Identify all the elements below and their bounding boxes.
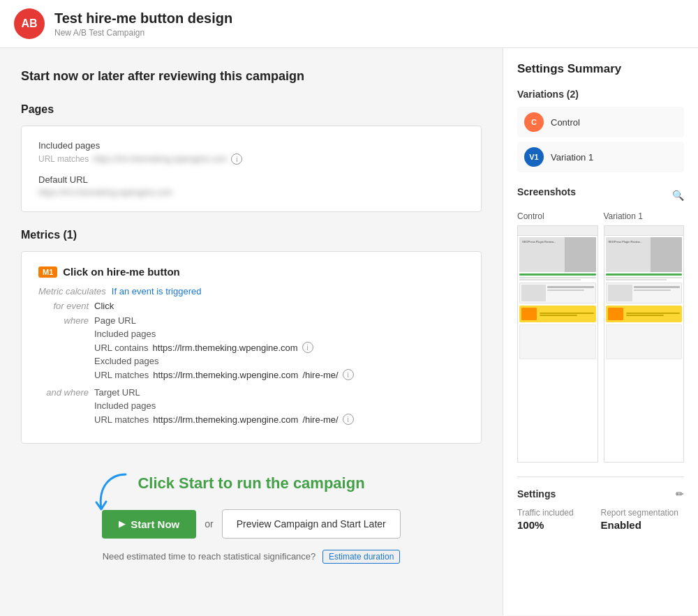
play-icon: ▶ — [119, 519, 125, 529]
footer-text: Need estimated time to reach statistical… — [103, 551, 316, 562]
plugin-text — [547, 285, 594, 301]
page-url-label: Page URL — [94, 315, 354, 326]
search-icon[interactable]: 🔍 — [672, 190, 684, 201]
excluded-url-info-icon[interactable]: i — [343, 369, 354, 380]
v1-hero: SEOPress Plugin Review... — [606, 237, 683, 272]
v1-plugin-line-1 — [634, 286, 681, 288]
metric-title-row: M1 Click on hire-me button — [38, 266, 464, 278]
excluded-url-blurred: https://lrm.themeking.wpengine.com — [153, 370, 298, 380]
variations-label: Variations (2) — [517, 89, 684, 100]
campaign-title: Test hire-me button design — [54, 10, 232, 27]
page-title: Start now or later after reviewing this … — [21, 69, 482, 84]
bottom-card — [519, 324, 596, 359]
cta-footer: Need estimated time to reach statistical… — [21, 550, 482, 564]
excluded-url-row: URL matches https://lrm.themeking.wpengi… — [94, 369, 354, 380]
v1-yellow-thumb — [608, 308, 623, 320]
control-col-label: Control — [517, 211, 598, 221]
url-contains-label: URL contains — [94, 343, 149, 353]
target-url-suffix: /hire-me/ — [302, 414, 338, 425]
and-where-row: and where Target URL Included pages URL … — [38, 387, 464, 425]
metrics-section-header: Metrics (1) — [21, 229, 482, 241]
variation1-col-label: Variation 1 — [604, 211, 685, 221]
target-url-info-icon[interactable]: i — [343, 414, 354, 425]
screenshots-section: Screenshots 🔍 Control SEOPress Plugin Re… — [517, 186, 684, 463]
preview-button[interactable]: Preview Campaign and Start Later — [222, 509, 401, 539]
control-label: Control — [551, 117, 580, 128]
variations-section: Variations (2) C Control V1 Variation 1 — [517, 89, 684, 172]
included-pages-label: Included pages — [38, 140, 464, 151]
control-badge: C — [524, 112, 544, 132]
default-url-row: Default URL https://lrm.themeking.wpengi… — [38, 174, 464, 197]
included-pages-row: Included pages URL matches https://lrm.t… — [38, 140, 464, 165]
calculates-label: Metric calculates — [38, 286, 112, 296]
y-line-2 — [540, 315, 577, 316]
main-layout: Start now or later after reviewing this … — [0, 48, 698, 615]
cta-text: Click Start to run the campaign — [21, 474, 482, 493]
settings-divider — [517, 476, 684, 477]
excluded-url-matches-label: URL matches — [94, 370, 149, 380]
url-contains-blurred: https://lrm.themeking.wpengine.com — [153, 343, 298, 353]
screen-header-bar — [518, 226, 597, 236]
target-url-blurred: https://lrm.themeking.wpengine.com — [153, 414, 298, 425]
url-value-blurred: https://lrm.themeking.wpengine.com — [93, 154, 227, 164]
preview-label: Preview Campaign and Start Later — [237, 518, 386, 529]
green-bar-1 — [519, 273, 596, 276]
url-info-icon[interactable]: i — [231, 153, 242, 165]
target-included-label: Included pages — [94, 400, 354, 411]
settings-stats-row: Traffic included 100% Report segmentatio… — [517, 508, 684, 531]
app-header: AB Test hire-me button design New A/B Te… — [0, 0, 698, 48]
url-contains-row: URL contains https://lrm.themeking.wpeng… — [94, 342, 354, 353]
pages-card: Included pages URL matches https://lrm.t… — [21, 126, 482, 212]
where-row: where Page URL Included pages URL contai… — [38, 315, 464, 383]
variation1-screenshot-col: Variation 1 SEOPress Plugin Review... — [604, 211, 685, 463]
traffic-col: Traffic included 100% — [517, 508, 601, 531]
right-panel: Settings Summary Variations (2) C Contro… — [503, 48, 698, 615]
v1-hero-image — [651, 237, 682, 272]
campaign-subtitle: New A/B Test Campaign — [54, 28, 232, 38]
v1-plugin-card — [606, 283, 683, 303]
excluded-pages-label: Excluded pages — [94, 356, 354, 366]
estimate-duration-button[interactable]: Estimate duration — [322, 550, 400, 564]
where-label: where — [38, 315, 94, 383]
arrow-indicator — [91, 471, 140, 518]
pages-section-header: Pages — [21, 103, 482, 116]
or-text: or — [205, 518, 213, 529]
v1-badge: V1 — [524, 147, 544, 167]
plugin-line-1 — [547, 286, 594, 288]
target-url-row: URL matches https://lrm.themeking.wpengi… — [94, 414, 354, 425]
url-matches-label: URL matches — [38, 154, 89, 164]
v1-yellow-text — [626, 312, 681, 317]
screenshots-header: Screenshots 🔍 — [517, 186, 684, 204]
target-url-label: Target URL — [94, 387, 354, 398]
variation-control: C Control — [517, 107, 684, 137]
v1-screen-header-bar — [604, 226, 684, 236]
avatar: AB — [14, 8, 45, 39]
included-pages-sub-label: Included pages — [94, 329, 354, 339]
target-url-matches-label: URL matches — [94, 414, 149, 425]
report-value: Enabled — [601, 519, 685, 531]
arrow-svg — [91, 471, 140, 516]
variation1-screenshot: SEOPress Plugin Review... — [604, 225, 685, 463]
v1-y-line-2 — [626, 315, 664, 316]
calculates-value: If an event is triggered — [112, 286, 202, 296]
yellow-thumb — [521, 308, 537, 320]
plugin-thumb — [521, 285, 546, 301]
calculates-row: Metric calculates If an event is trigger… — [38, 286, 464, 296]
url-matches-row: URL matches https://lrm.themeking.wpengi… — [38, 153, 464, 165]
v1-yellow-card — [606, 306, 683, 322]
for-event-row: for event Click — [38, 301, 464, 311]
settings-section: Settings ✏ Traffic included 100% Report … — [517, 488, 684, 531]
and-where-details: Target URL Included pages URL matches ht… — [94, 387, 354, 425]
v1-bottom-card — [606, 324, 683, 359]
cta-buttons: ▶ Start Now or Preview Campaign and Star… — [21, 509, 482, 539]
v1-green-bar — [606, 273, 683, 276]
v1-y-line-1 — [626, 313, 681, 314]
excluded-url-suffix: /hire-me/ — [302, 370, 338, 380]
hero-image — [565, 237, 596, 272]
metric-name: Click on hire-me button — [63, 266, 180, 278]
metric-badge: M1 — [38, 266, 57, 278]
traffic-label: Traffic included — [517, 508, 601, 518]
url-contains-info-icon[interactable]: i — [302, 342, 313, 353]
edit-icon[interactable]: ✏ — [676, 488, 684, 499]
start-now-label: Start Now — [131, 518, 179, 530]
